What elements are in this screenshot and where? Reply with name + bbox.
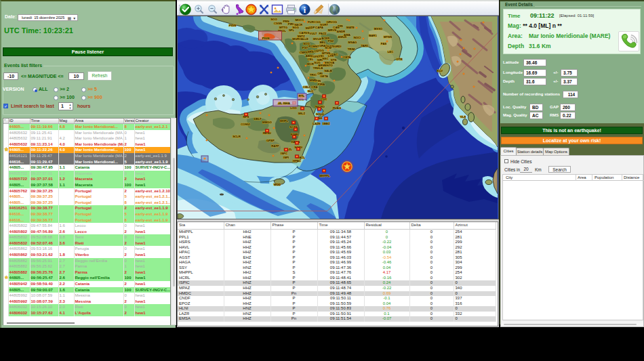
svg-text:PAZZ: PAZZ [319,32,327,35]
svg-text:MNT: MNT [313,45,319,48]
svg-text:MMN: MMN [310,79,317,82]
svg-text:HPAC: HPAC [293,159,301,163]
svg-text:PIGN: PIGN [229,24,237,27]
svg-text:SFL: SFL [289,28,294,32]
svg-text:PST: PST [302,46,308,49]
svg-text:MGRVALLE: MGRVALLE [292,37,308,41]
svg-text:LAZN: LAZN [313,122,320,125]
svg-text:SOLU: SOLU [316,112,324,116]
svg-text:PRN: PRN [283,20,289,23]
svg-text:RTL: RTL [299,94,305,98]
svg-text:STN: STN [331,58,337,62]
svg-text:SALB: SALB [324,69,332,72]
svg-text:ISPI: ISPI [283,156,289,159]
svg-text:KLV: KLV [437,69,443,72]
svg-text:TRL: TRL [313,66,319,70]
svg-text:MILZ: MILZ [298,112,305,115]
svg-text:MCR: MCR [307,62,315,66]
svg-text:SCLR: SCLR [233,135,241,138]
svg-text:SOO: SOO [270,18,277,21]
svg-text:MMGO: MMGO [262,121,273,124]
svg-text:MHPL: MHPL [280,119,289,123]
svg-text:MATE: MATE [346,26,355,29]
svg-text:GRDI: GRDI [334,45,342,48]
svg-text:ANDR: ANDR [337,30,346,33]
svg-text:SRN: SRN [307,50,313,54]
svg-text:GRV: GRV [326,20,332,24]
svg-text:CETA: CETA [343,56,350,59]
svg-text:#IL ISHA: #IL ISHA [278,102,290,105]
svg-text:CRA: CRA [311,85,317,89]
svg-text:ORI: ORI [317,72,323,75]
svg-text:DBLT: DBLT [254,117,262,121]
svg-text:GPEP: GPEP [266,139,275,142]
svg-text:VLS: VLS [460,115,466,119]
svg-text:LOO: LOO [290,106,297,110]
svg-text:ABSI: ABSI [306,54,313,58]
svg-text:SLC: SLC [308,89,314,93]
svg-text:FAS: FAS [381,42,386,45]
svg-text:CSSN: CSSN [274,22,282,25]
svg-text:CELI: CELI [303,85,310,89]
svg-text:PIGN: PIGN [262,37,270,40]
svg-text:VULT: VULT [310,32,317,35]
svg-text:NOCI: NOCI [354,36,361,39]
svg-text:MSAG: MSAG [348,41,358,44]
svg-text:VDP: VDP [309,26,315,29]
svg-text:MTSN: MTSN [384,35,392,39]
svg-text:MTTG: MTTG [279,26,288,29]
svg-text:TDS: TDS [304,31,310,35]
svg-text:BEL: BEL [320,41,326,44]
svg-text:CONVI: CONVI [241,123,250,126]
svg-text:BAR1: BAR1 [369,34,377,37]
svg-text:LTR: LTR [328,54,334,58]
svg-text:CEL: CEL [308,58,314,61]
svg-text:PIRA: PIRA [318,83,325,86]
svg-text:TRIM: TRIM [348,47,355,51]
svg-text:ISPC: ISPC [281,152,287,155]
svg-text:CUC: CUC [321,98,327,101]
svg-text:TAR1: TAR1 [361,44,369,47]
svg-text:1BBZ: 1BBZ [322,122,330,125]
svg-text:AMA: AMA [344,33,350,37]
svg-text:RAFF: RAFF [271,144,279,148]
svg-text:TRIC: TRIC [310,73,317,77]
svg-text:SCM: SCM [325,46,331,49]
svg-text:WDD: WDD [274,183,281,186]
svg-text:LEC: LEC [388,50,394,54]
svg-text:CAN: CAN [333,26,339,29]
svg-text:PSZ: PSZ [328,39,334,43]
svg-text:MHPPL: MHPPL [319,174,329,177]
svg-text:PLAG: PLAG [333,106,342,110]
svg-text:BSSO: BSSO [374,27,383,30]
svg-text:SACR: SACR [294,23,303,26]
svg-text:OTR: OTR [396,58,403,61]
svg-text:MOCC: MOCC [295,18,304,22]
